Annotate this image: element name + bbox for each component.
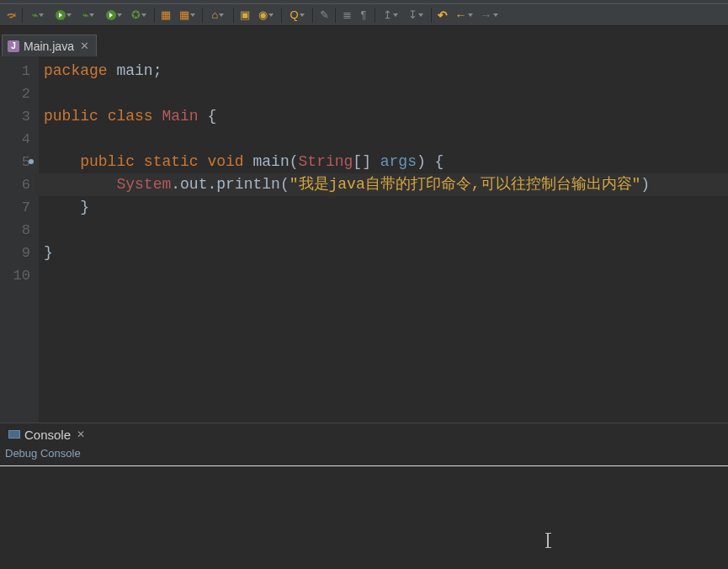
console-icon [8, 430, 20, 439]
code-line[interactable]: package main; [44, 60, 728, 82]
last-edit-icon[interactable]: ↶ [435, 8, 450, 23]
console-tab[interactable]: Console ✕ [3, 426, 90, 444]
editor-area: J Main.java ✕ 12345678910 package main;p… [0, 26, 728, 423]
debug2-icon[interactable]: ⌁ [77, 8, 100, 23]
toolbar-separator [22, 8, 23, 23]
import-icon[interactable]: ↧ [404, 8, 428, 23]
main-toolbar: ⤼⌁⌁✪▦▦⌂▣◉Q✎≣¶↥↧↶←→ [0, 4, 728, 26]
build-icon[interactable]: ▦ [158, 8, 173, 23]
toggle1-icon[interactable]: ≣ [339, 8, 354, 23]
close-tab-icon[interactable]: ✕ [80, 40, 89, 52]
console-tab-label: Console [24, 428, 71, 442]
toolbar-separator [233, 8, 234, 23]
line-number: 3 [0, 105, 30, 128]
open-type-icon[interactable]: ⌂ [206, 8, 230, 23]
toolbar-separator [375, 8, 375, 23]
line-number: 8 [0, 219, 30, 242]
new-class-icon[interactable]: ◉ [254, 8, 278, 23]
code-editor[interactable]: 12345678910 package main;public class Ma… [0, 56, 728, 423]
toolbar-separator [335, 8, 336, 23]
profile-icon[interactable]: ✪ [127, 8, 151, 23]
override-marker-icon [29, 159, 34, 164]
line-number: 7 [0, 196, 30, 219]
back-icon[interactable]: ← [452, 8, 476, 23]
console-panel: Console ✕ Debug Console [0, 423, 728, 569]
editor-tab-main-java[interactable]: J Main.java ✕ [2, 35, 97, 56]
line-number: 4 [0, 128, 30, 151]
debug-icon[interactable]: ⌁ [26, 8, 50, 23]
toolbar-separator [281, 8, 282, 23]
tab-filename: Main.java [24, 40, 74, 53]
line-number: 9 [0, 242, 30, 264]
code-line[interactable] [44, 264, 728, 287]
run-icon[interactable] [51, 8, 75, 23]
code-line[interactable]: } [44, 242, 728, 264]
toolbar-separator [312, 8, 313, 23]
build2-icon[interactable]: ▦ [175, 8, 199, 23]
forward-icon[interactable]: → [477, 8, 501, 23]
pencil-icon[interactable]: ✎ [316, 8, 332, 23]
skip-breakpoints-icon[interactable]: ⤼ [3, 8, 19, 23]
toolbar-separator [431, 8, 432, 23]
line-number: 10 [0, 264, 30, 287]
line-number: 1 [0, 60, 30, 82]
toolbar-separator [202, 8, 203, 23]
code-line[interactable]: public static void main(String[] args) { [44, 151, 728, 173]
code-line[interactable] [44, 128, 728, 151]
code-line[interactable] [44, 219, 728, 242]
java-file-icon: J [8, 40, 19, 52]
line-number: 2 [0, 82, 30, 105]
pilcrow-icon[interactable]: ¶ [356, 8, 371, 23]
line-number: 6 [0, 173, 30, 196]
code-line[interactable]: } [44, 196, 728, 219]
console-subheader: Debug Console [0, 445, 728, 464]
code-line[interactable]: public class Main { [44, 105, 728, 128]
new-package-icon[interactable]: ▣ [237, 8, 252, 23]
code-content[interactable]: package main;public class Main { public … [39, 56, 728, 423]
code-line[interactable] [44, 82, 728, 105]
console-output[interactable] [0, 466, 728, 569]
text-cursor-icon [547, 534, 549, 547]
search-icon[interactable]: Q [285, 8, 309, 23]
close-console-icon[interactable]: ✕ [77, 428, 85, 440]
coverage-icon[interactable] [102, 8, 125, 23]
line-number: 5 [0, 151, 30, 173]
toolbar-separator [154, 8, 155, 23]
console-tab-bar: Console ✕ [0, 423, 728, 445]
export-icon[interactable]: ↥ [379, 8, 402, 23]
code-line[interactable]: System.out.println("我是java自带的打印命令,可以往控制台… [44, 173, 728, 196]
editor-tab-bar: J Main.java ✕ [0, 33, 728, 56]
line-number-gutter: 12345678910 [0, 56, 39, 423]
